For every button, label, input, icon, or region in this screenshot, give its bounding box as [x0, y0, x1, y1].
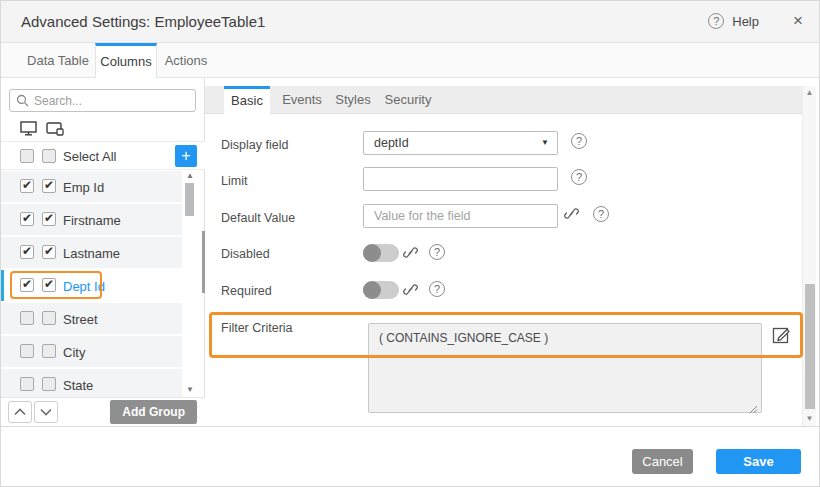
desktop-checkbox[interactable] — [20, 245, 34, 259]
column-row-state[interactable]: State — [1, 369, 182, 397]
panel-scrollbar[interactable]: ▲ ▼ — [802, 86, 816, 426]
tab-columns[interactable]: Columns — [95, 43, 157, 79]
add-group-button[interactable]: Add Group — [110, 400, 197, 424]
desktop-icon[interactable] — [20, 121, 37, 136]
column-settings-panel: Basic Events Styles Security Display fie… — [205, 78, 820, 426]
select-all-desktop-checkbox[interactable] — [20, 149, 34, 163]
column-row-lastname[interactable]: Lastname — [1, 237, 182, 268]
limit-help-icon[interactable]: ? — [571, 169, 587, 185]
disabled-toggle[interactable] — [363, 244, 399, 262]
panel-tab-bar: Basic Events Styles Security — [205, 86, 802, 114]
toggle-knob — [363, 244, 381, 262]
cancel-button[interactable]: Cancel — [632, 449, 693, 474]
device-toggle-row — [1, 115, 205, 142]
scroll-up-icon[interactable]: ▲ — [184, 171, 196, 180]
select-all-row: Select All + — [1, 142, 205, 170]
sidebar-footer: Add Group — [1, 397, 205, 426]
column-label: Firstname — [63, 213, 121, 228]
move-down-button[interactable] — [34, 401, 58, 423]
desktop-checkbox[interactable] — [20, 311, 34, 325]
column-label: State — [63, 378, 93, 393]
advanced-settings-dialog: Advanced Settings: EmployeeTable1 ? Help… — [0, 0, 820, 487]
scrollbar-thumb[interactable] — [805, 284, 815, 409]
desktop-checkbox[interactable] — [20, 377, 34, 391]
limit-label: Limit — [221, 174, 247, 188]
bind-link-icon[interactable] — [403, 281, 418, 298]
add-column-button[interactable]: + — [175, 145, 197, 167]
mobile-tablet-icon[interactable] — [46, 121, 64, 136]
tab-styles[interactable]: Styles — [331, 86, 375, 114]
dialog-header: Advanced Settings: EmployeeTable1 ? Help… — [1, 1, 820, 43]
column-row-dept-id[interactable]: Dept Id — [1, 270, 182, 301]
select-all-mobile-checkbox[interactable] — [42, 149, 56, 163]
default-value-help-icon[interactable]: ? — [593, 206, 609, 222]
dialog-footer: Cancel Save — [1, 426, 820, 487]
column-row-firstname[interactable]: Firstname — [1, 204, 182, 235]
tab-security[interactable]: Security — [379, 86, 437, 114]
chevron-down-icon: ▼ — [541, 132, 549, 154]
column-list: Emp Id Firstname Lastname — [1, 171, 205, 397]
toggle-knob — [363, 281, 381, 299]
scroll-up-icon[interactable]: ▲ — [803, 88, 816, 97]
scroll-down-icon[interactable]: ▼ — [184, 385, 196, 394]
tab-actions[interactable]: Actions — [157, 43, 215, 78]
mobile-checkbox[interactable] — [42, 377, 56, 391]
mobile-checkbox[interactable] — [42, 245, 56, 259]
required-help-icon[interactable]: ? — [429, 281, 445, 297]
disabled-label: Disabled — [221, 247, 270, 261]
mobile-checkbox[interactable] — [42, 278, 56, 292]
mobile-checkbox[interactable] — [42, 311, 56, 325]
close-icon[interactable]: × — [793, 11, 803, 31]
search-icon — [16, 94, 29, 107]
default-value-input[interactable] — [363, 204, 558, 228]
filter-criteria-label: Filter Criteria — [221, 321, 293, 335]
dialog-title: Advanced Settings: EmployeeTable1 — [21, 13, 265, 30]
mobile-checkbox[interactable] — [42, 212, 56, 226]
move-up-button[interactable] — [8, 401, 32, 423]
column-label: Dept Id — [63, 279, 105, 294]
selected-row-bar — [1, 270, 4, 301]
help-icon: ? — [708, 13, 724, 29]
save-button[interactable]: Save — [716, 449, 801, 474]
column-row-city[interactable]: City — [1, 336, 182, 367]
column-label: Emp Id — [63, 180, 104, 195]
column-row-emp-id[interactable]: Emp Id — [1, 171, 182, 202]
column-label: Street — [63, 312, 98, 327]
desktop-checkbox[interactable] — [20, 278, 34, 292]
required-label: Required — [221, 284, 272, 298]
bind-link-icon[interactable] — [403, 244, 418, 261]
column-label: Lastname — [63, 246, 120, 261]
scrollbar-thumb[interactable] — [185, 183, 194, 216]
column-list-scrollbar[interactable]: ▲ ▼ — [184, 171, 196, 397]
search-input[interactable] — [29, 94, 195, 108]
column-label: City — [63, 345, 85, 360]
mobile-checkbox[interactable] — [42, 344, 56, 358]
tab-basic[interactable]: Basic — [224, 86, 270, 115]
scroll-down-icon[interactable]: ▼ — [803, 414, 816, 423]
display-field-label: Display field — [221, 138, 288, 152]
bind-link-icon[interactable] — [564, 205, 579, 222]
search-box — [9, 89, 196, 112]
desktop-checkbox[interactable] — [20, 212, 34, 226]
desktop-checkbox[interactable] — [20, 179, 34, 193]
filter-criteria-textarea[interactable]: ( CONTAINS_IGNORE_CASE ) — [368, 323, 762, 413]
edit-filter-icon[interactable] — [771, 324, 792, 345]
display-field-help-icon[interactable]: ? — [571, 133, 587, 149]
tab-events[interactable]: Events — [277, 86, 327, 114]
default-value-label: Default Value — [221, 211, 295, 225]
limit-input[interactable] — [363, 167, 558, 191]
disabled-help-icon[interactable]: ? — [429, 244, 445, 260]
display-field-select[interactable]: deptId ▼ — [363, 131, 558, 155]
help-button[interactable]: ? Help — [708, 13, 759, 29]
desktop-checkbox[interactable] — [20, 344, 34, 358]
columns-sidebar: Select All + Emp Id Firstname — [1, 78, 205, 426]
select-all-label: Select All — [63, 149, 116, 164]
column-row-street[interactable]: Street — [1, 303, 182, 334]
main-tab-bar: Data Table Columns Actions — [1, 43, 820, 78]
tab-data-table[interactable]: Data Table — [21, 43, 95, 78]
help-label: Help — [732, 14, 759, 29]
display-field-value: deptId — [374, 136, 409, 150]
required-toggle[interactable] — [363, 281, 399, 299]
mobile-checkbox[interactable] — [42, 179, 56, 193]
